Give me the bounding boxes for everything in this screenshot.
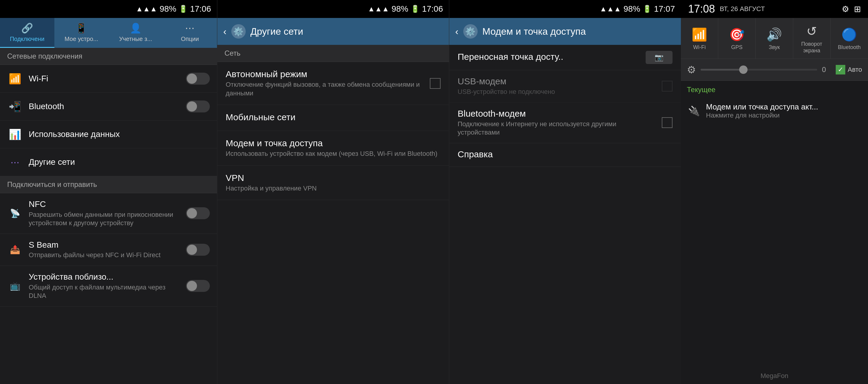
bt-modem-item[interactable]: Bluetooth-модем Подключение к Интернету … [449, 102, 681, 143]
brightness-knob[interactable] [739, 65, 748, 74]
bt-modem-checkbox[interactable] [662, 117, 673, 128]
portable-hotspot-toggle[interactable]: 📷 [646, 51, 673, 64]
qs-bluetooth-icon: 🔵 [841, 27, 857, 42]
sbeam-toggle[interactable] [186, 244, 210, 256]
help-content: Справка [458, 149, 673, 160]
qs-tile-rotate[interactable]: ↺ Поворот экрана [793, 18, 831, 59]
nfc-title: NFC [29, 199, 180, 209]
usb-modem-item[interactable]: USB-модем USB-устройство не подключено [449, 70, 681, 102]
mobile-networks-item[interactable]: Мобильные сети [217, 105, 449, 131]
airplane-title: Автономный режим [226, 69, 425, 79]
tab-my-device[interactable]: 📱 Мое устро... [54, 18, 109, 48]
camera-icon: 📷 [655, 53, 663, 62]
list-item-sbeam[interactable]: 📤 S Beam Отправить файлы через NFC и Wi-… [0, 234, 217, 266]
brightness-slider[interactable] [701, 69, 817, 70]
nfc-subtitle: Разрешить обмен данными при прикосновени… [29, 210, 180, 228]
grid-icon[interactable]: ⊞ [854, 4, 861, 14]
nfc-toggle-knob [187, 208, 197, 218]
modem-hotspot-header: ‹ ⚙️ Модем и точка доступа [449, 18, 681, 45]
qs-tile-sound[interactable]: 🔊 Звук [755, 18, 793, 59]
other-networks-title: Другие сети [29, 157, 210, 167]
wifi-toggle[interactable] [186, 73, 210, 85]
section-network-header: Сетевые подключения [0, 48, 217, 65]
mobile-title: Мобильные сети [226, 112, 441, 122]
brightness-row: ⚙ 0 ✓ Авто [681, 59, 868, 81]
current-section: Текущее 🔌 Модем или точка доступа акт...… [681, 81, 868, 126]
settings-icon[interactable]: ⚙ [842, 4, 849, 14]
auto-checkbox[interactable]: ✓ [836, 65, 845, 75]
portable-hotspot-item[interactable]: Переносная точка досту.. 📷 [449, 45, 681, 70]
nearby-subtitle: Общий доступ к файлам мультимедиа через … [29, 283, 180, 300]
tab-options[interactable]: ⋯ Опции [163, 18, 217, 48]
battery-icon-1: 🔋 [179, 5, 188, 13]
qs-bluetooth-label: Bluetooth [838, 44, 861, 51]
panel-other-networks: ▲▲▲ 98% 🔋 17:06 ‹ ⚙️ Другие сети Сеть Ав… [217, 0, 449, 384]
signal-icon-3: ▲▲▲ [600, 5, 621, 13]
data-usage-title: Использование данных [29, 129, 210, 139]
bt-modem-title: Bluetooth-модем [458, 109, 657, 119]
sbeam-subtitle: Отправить файлы через NFC и Wi-Fi Direct [29, 251, 180, 260]
qs-gps-icon: 🎯 [729, 27, 745, 42]
list-item-other-networks[interactable]: ⋯ Другие сети [0, 148, 217, 176]
vpn-item[interactable]: VPN Настройка и управление VPN [217, 166, 449, 200]
usb-modem-title: USB-модем [458, 76, 657, 86]
airplane-subtitle: Отключение функций вызовов, а также обме… [226, 81, 425, 97]
tethering-content: Модем и точка доступа Использовать устро… [226, 138, 441, 158]
nearby-toggle[interactable] [186, 280, 210, 292]
settings-gear-icon-2: ⚙️ [231, 24, 246, 38]
list-item-data-usage[interactable]: 📊 Использование данных [0, 120, 217, 148]
other-networks-header: ‹ ⚙️ Другие сети [217, 18, 449, 45]
tethering-title: Модем и точка доступа [226, 138, 441, 148]
back-button-3[interactable]: ‹ [455, 26, 459, 37]
modem-hotspot-title: Модем и точка доступа [483, 26, 586, 37]
panel-connections: ▲▲▲ 98% 🔋 17:06 🔗 Подключени 📱 Мое устро… [0, 0, 217, 384]
nfc-toggle[interactable] [186, 207, 210, 219]
notification-item[interactable]: 🔌 Модем или точка доступа акт... Нажмите… [687, 97, 862, 124]
sbeam-title: S Beam [29, 240, 180, 250]
wifi-toggle-knob [187, 73, 197, 84]
connections-tab-label: Подключени [10, 36, 44, 42]
airplane-checkbox[interactable] [430, 78, 441, 89]
battery-icon-2: 🔋 [411, 5, 420, 13]
help-item[interactable]: Справка [449, 143, 681, 167]
qs-time: 17:08 [688, 3, 715, 15]
notif-content: Модем или точка доступа акт... Нажмите д… [706, 102, 862, 119]
list-item-bluetooth[interactable]: 📲 Bluetooth [0, 93, 217, 120]
tab-connections[interactable]: 🔗 Подключени [0, 18, 54, 48]
tethering-item[interactable]: Модем и точка доступа Использовать устро… [217, 131, 449, 166]
battery-3: 98% [623, 4, 640, 14]
brightness-auto[interactable]: ✓ Авто [836, 65, 862, 75]
qs-tiles-grid: 📶 Wi-Fi 🎯 GPS 🔊 Звук ↺ Поворот экрана 🔵 … [681, 18, 868, 59]
qs-sound-label: Звук [769, 44, 780, 51]
status-bar-3: ▲▲▲ 98% 🔋 17:07 [449, 0, 681, 18]
data-usage-text: Использование данных [29, 129, 210, 139]
list-item-nearby[interactable]: 📺 Устройства поблизо... Общий доступ к ф… [0, 266, 217, 306]
other-networks-icon: ⋯ [7, 154, 23, 170]
list-item-wifi[interactable]: 📶 Wi-Fi [0, 65, 217, 93]
bluetooth-toggle[interactable] [186, 100, 210, 113]
notif-title: Модем или точка доступа акт... [706, 102, 862, 112]
mobile-content: Мобильные сети [226, 112, 441, 123]
brightness-value: 0 [822, 65, 831, 74]
brightness-fill [701, 69, 742, 70]
list-item-nfc[interactable]: 📡 NFC Разрешить обмен данными при прикос… [0, 193, 217, 234]
airplane-mode-item[interactable]: Автономный режим Отключение функций вызо… [217, 62, 449, 105]
nfc-text: NFC Разрешить обмен данными при прикосно… [29, 199, 180, 228]
qs-tile-bluetooth[interactable]: 🔵 Bluetooth [831, 18, 868, 59]
options-tab-label: Опции [181, 36, 199, 42]
signal-icon-2: ▲▲▲ [368, 5, 389, 13]
usb-modem-checkbox[interactable] [662, 81, 673, 91]
qs-tile-gps[interactable]: 🎯 GPS [718, 18, 755, 59]
battery-1: 98% [160, 4, 176, 14]
notif-subtitle: Нажмите для настройки [706, 112, 862, 119]
qs-rotate-label: Поворот экрана [796, 41, 828, 54]
qs-sound-icon: 🔊 [766, 27, 782, 42]
section-connect-header: Подключиться и отправить [0, 176, 217, 193]
qs-status-bar: 17:08 ВТ, 26 АВГУСТ ⚙ ⊞ [681, 0, 868, 18]
tab-accounts[interactable]: 👤 Учетные з... [108, 18, 163, 48]
sbeam-text: S Beam Отправить файлы через NFC и Wi-Fi… [29, 240, 180, 260]
back-button-2[interactable]: ‹ [223, 26, 226, 37]
qs-wifi-label: Wi-Fi [693, 44, 706, 51]
qs-tile-wifi[interactable]: 📶 Wi-Fi [681, 18, 718, 59]
qs-wifi-icon: 📶 [692, 27, 707, 42]
